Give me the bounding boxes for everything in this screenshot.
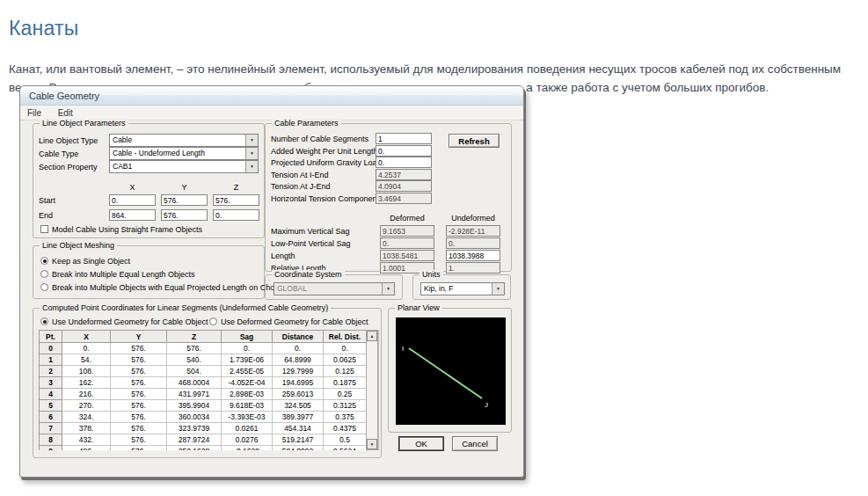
break-projected-length-radio[interactable] xyxy=(40,283,48,291)
value-cell: 395.9904 xyxy=(167,400,222,412)
value-cell: -3.393E-03 xyxy=(222,412,273,423)
value-cell: 287.9724 xyxy=(167,434,222,446)
straight-frame-checkbox[interactable] xyxy=(40,225,48,233)
start-y-field[interactable] xyxy=(161,194,208,206)
ok-button[interactable]: OK xyxy=(398,436,444,451)
value-cell: 0.0625 xyxy=(324,354,367,366)
length-label: Length xyxy=(271,252,295,260)
use-undeformed-geometry-radio[interactable] xyxy=(40,317,48,325)
value-cell: 468.0004 xyxy=(167,377,222,389)
value-cell: 0.375 xyxy=(324,412,367,423)
table-scrollbar[interactable]: ▲ ▼ xyxy=(366,330,378,450)
value-cell: 129.7999 xyxy=(273,366,324,377)
group-cable-parameters: Cable Parameters Number of Cable Segment… xyxy=(265,123,512,272)
gravity-load-field[interactable] xyxy=(376,157,432,168)
tension-j-field xyxy=(376,180,432,192)
break-projected-length-label: Break into Multiple Objects with Equal P… xyxy=(52,283,281,292)
break-equal-length-radio[interactable] xyxy=(40,270,48,278)
start-x-field[interactable] xyxy=(109,194,156,206)
start-label: Start xyxy=(39,196,55,205)
num-segments-field[interactable] xyxy=(376,133,432,144)
straight-frame-checkbox-label: Model Cable Using Straight Frame Objects xyxy=(52,225,202,234)
point-number-cell: 0 xyxy=(40,343,62,354)
table-row[interactable]: 9486.576.252.1628-0.1628584.00920.5624 xyxy=(40,446,367,451)
chevron-down-icon[interactable]: ▼ xyxy=(245,161,258,172)
chevron-down-icon[interactable]: ▼ xyxy=(492,283,504,295)
line-object-type-dropdown[interactable]: Cable ▼ xyxy=(109,134,259,147)
i-end-label: I xyxy=(402,345,404,353)
group-coordinate-system: Coordinate System GLOBAL ▼ xyxy=(265,274,403,300)
deformed-column-header: Deformed xyxy=(380,214,434,222)
value-cell: 0.3125 xyxy=(324,400,367,412)
refresh-button[interactable]: Refresh xyxy=(449,134,500,148)
use-deformed-geometry-label: Use Deformed Geometry for Cable Object xyxy=(221,317,368,326)
table-row[interactable]: 7378.576.323.97390.0261454.3140.4375 xyxy=(40,423,367,434)
end-z-field[interactable] xyxy=(213,209,259,221)
length-undeformed-field[interactable] xyxy=(446,250,500,261)
group-title: Computed Point Coordinates for Linear Se… xyxy=(40,303,331,312)
chevron-down-icon[interactable]: ▼ xyxy=(245,148,258,159)
z-column-header: Z xyxy=(213,183,259,192)
gravity-load-label: Projected Uniform Gravity Load xyxy=(271,158,382,167)
use-deformed-geometry-radio[interactable] xyxy=(209,317,217,325)
table-row[interactable]: 154.576.540.1.739E-0664.89990.0625 xyxy=(40,354,367,366)
x-column-header: X xyxy=(109,183,156,192)
point-number-cell: 8 xyxy=(40,434,62,446)
break-equal-length-label: Break into Multiple Equal Length Objects xyxy=(52,270,195,279)
scroll-down-icon[interactable]: ▼ xyxy=(367,439,377,449)
value-cell: 0.125 xyxy=(324,366,367,377)
col-header-rel-dist: Rel. Dist. xyxy=(324,331,367,343)
value-cell: 2.898E-03 xyxy=(222,389,273,400)
value-cell: 584.0092 xyxy=(273,446,324,451)
j-end-label: J xyxy=(485,401,488,409)
value-cell: 162. xyxy=(62,377,111,389)
lowpoint-sag-deformed-field xyxy=(380,237,434,249)
table-row[interactable]: 8432.576.287.97240.0276519.21470.5 xyxy=(40,434,367,446)
cable-type-dropdown[interactable]: Cable - Undeformed Length ▼ xyxy=(109,147,259,160)
lowpoint-sag-undeformed-field xyxy=(446,237,500,249)
col-header-pt: Pt. xyxy=(40,331,62,343)
chevron-down-icon[interactable]: ▼ xyxy=(245,135,258,146)
col-header-y: Y xyxy=(111,331,167,343)
value-cell: 108. xyxy=(62,366,111,377)
value-cell: 0.25 xyxy=(324,389,367,400)
col-header-sag: Sag xyxy=(222,331,273,343)
group-title: Cable Parameters xyxy=(272,119,341,128)
col-header-x: X xyxy=(62,331,111,343)
value-cell: 576. xyxy=(167,343,222,354)
point-number-cell: 5 xyxy=(40,400,62,412)
value-cell: 576. xyxy=(111,366,167,377)
value-cell: -0.1628 xyxy=(222,446,273,451)
value-cell: 0. xyxy=(273,343,324,354)
value-cell: 323.9739 xyxy=(167,423,222,434)
table-row[interactable]: 4216.576.431.99712.898E-03259.60130.25 xyxy=(40,389,367,400)
menu-edit[interactable]: Edit xyxy=(51,106,80,118)
table-row[interactable]: 2108.576.504.2.455E-05129.79990.125 xyxy=(40,366,367,377)
menu-file[interactable]: File xyxy=(20,106,48,118)
group-line-object-meshing: Line Object Meshing Keep as Single Objec… xyxy=(33,245,265,299)
added-weight-field[interactable] xyxy=(376,145,432,157)
units-dropdown[interactable]: Kip, in, F ▼ xyxy=(420,282,505,295)
value-cell: 216. xyxy=(62,389,111,400)
end-x-field[interactable] xyxy=(109,209,156,221)
table-row[interactable]: 3162.576.468.0004-4.052E-04194.69950.187… xyxy=(40,377,367,389)
point-number-cell: 2 xyxy=(40,366,62,377)
scroll-up-icon[interactable]: ▲ xyxy=(367,331,377,341)
table-header-row: Pt. X Y Z Sag Distance Rel. Dist. xyxy=(40,331,367,343)
table-row[interactable]: 6324.576.360.0034-3.393E-03389.39770.375 xyxy=(40,412,367,423)
table-row[interactable]: 5270.576.395.99049.618E-03324.5050.3125 xyxy=(40,400,367,412)
col-header-distance: Distance xyxy=(273,331,324,343)
section-property-dropdown[interactable]: CAB1 ▼ xyxy=(109,160,259,173)
value-cell: 576. xyxy=(111,423,167,434)
line-object-type-label: Line Object Type xyxy=(39,136,98,145)
end-y-field[interactable] xyxy=(161,209,208,221)
value-cell: 576. xyxy=(111,434,167,446)
cancel-button[interactable]: Cancel xyxy=(452,436,498,451)
value-cell: 432. xyxy=(62,434,111,446)
keep-single-object-radio[interactable] xyxy=(40,257,48,265)
group-title: Planar View xyxy=(395,303,442,312)
table-row[interactable]: 00.576.576.0.0.0. xyxy=(40,343,367,354)
cable-plot: I J xyxy=(396,317,506,425)
point-number-cell: 1 xyxy=(40,354,62,366)
start-z-field[interactable] xyxy=(213,194,259,206)
